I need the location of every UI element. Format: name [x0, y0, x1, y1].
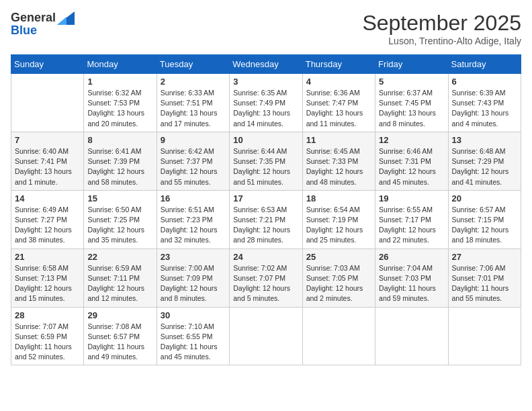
- calendar-cell: 16Sunrise: 6:51 AM Sunset: 7:23 PM Dayli…: [157, 190, 229, 248]
- day-number: 24: [233, 252, 298, 262]
- day-number: 3: [233, 77, 298, 87]
- day-of-week-header: Saturday: [448, 55, 521, 74]
- calendar-week-row: 28Sunrise: 7:07 AM Sunset: 6:59 PM Dayli…: [11, 307, 521, 365]
- logo-icon: [57, 11, 75, 25]
- calendar-cell: 8Sunrise: 6:41 AM Sunset: 7:39 PM Daylig…: [84, 132, 157, 190]
- page-header: General Blue September 2025 Luson, Trent…: [11, 11, 521, 46]
- calendar-cell: 30Sunrise: 7:10 AM Sunset: 6:55 PM Dayli…: [157, 307, 229, 365]
- calendar-cell: [11, 74, 84, 132]
- day-info: Sunrise: 7:08 AM Sunset: 6:57 PM Dayligh…: [87, 322, 152, 363]
- calendar-cell: 20Sunrise: 6:57 AM Sunset: 7:15 PM Dayli…: [448, 190, 521, 248]
- day-number: 15: [87, 193, 152, 203]
- day-of-week-header: Tuesday: [157, 55, 229, 74]
- day-info: Sunrise: 6:36 AM Sunset: 7:47 PM Dayligh…: [306, 88, 371, 129]
- calendar-cell: [375, 307, 448, 365]
- day-of-week-header: Friday: [375, 55, 448, 74]
- calendar-cell: 22Sunrise: 6:59 AM Sunset: 7:11 PM Dayli…: [84, 248, 157, 307]
- calendar-cell: 19Sunrise: 6:55 AM Sunset: 7:17 PM Dayli…: [375, 190, 448, 248]
- calendar-week-row: 7Sunrise: 6:40 AM Sunset: 7:41 PM Daylig…: [11, 132, 521, 190]
- day-info: Sunrise: 6:39 AM Sunset: 7:43 PM Dayligh…: [452, 88, 517, 129]
- calendar-cell: [230, 307, 302, 365]
- calendar-cell: 11Sunrise: 6:45 AM Sunset: 7:33 PM Dayli…: [302, 132, 375, 190]
- calendar-cell: 4Sunrise: 6:36 AM Sunset: 7:47 PM Daylig…: [302, 74, 375, 132]
- day-info: Sunrise: 7:00 AM Sunset: 7:09 PM Dayligh…: [161, 263, 226, 304]
- calendar-header-row: SundayMondayTuesdayWednesdayThursdayFrid…: [11, 55, 521, 74]
- day-info: Sunrise: 6:50 AM Sunset: 7:25 PM Dayligh…: [87, 205, 152, 246]
- day-info: Sunrise: 6:41 AM Sunset: 7:39 PM Dayligh…: [87, 146, 152, 187]
- day-info: Sunrise: 7:03 AM Sunset: 7:05 PM Dayligh…: [306, 263, 371, 304]
- day-number: 25: [306, 252, 371, 262]
- day-info: Sunrise: 7:04 AM Sunset: 7:03 PM Dayligh…: [379, 263, 444, 304]
- day-info: Sunrise: 6:54 AM Sunset: 7:19 PM Dayligh…: [306, 205, 371, 246]
- day-number: 2: [161, 77, 226, 87]
- calendar-cell: 18Sunrise: 6:54 AM Sunset: 7:19 PM Dayli…: [302, 190, 375, 248]
- calendar-cell: 15Sunrise: 6:50 AM Sunset: 7:25 PM Dayli…: [84, 190, 157, 248]
- calendar-cell: 28Sunrise: 7:07 AM Sunset: 6:59 PM Dayli…: [11, 307, 84, 365]
- day-number: 12: [379, 135, 444, 145]
- location-subtitle: Luson, Trentino-Alto Adige, Italy: [362, 36, 521, 46]
- calendar-week-row: 21Sunrise: 6:58 AM Sunset: 7:13 PM Dayli…: [11, 248, 521, 307]
- calendar-cell: 13Sunrise: 6:48 AM Sunset: 7:29 PM Dayli…: [448, 132, 521, 190]
- calendar-cell: 12Sunrise: 6:46 AM Sunset: 7:31 PM Dayli…: [375, 132, 448, 190]
- calendar-cell: 24Sunrise: 7:02 AM Sunset: 7:07 PM Dayli…: [230, 248, 302, 307]
- day-number: 4: [306, 77, 371, 87]
- day-info: Sunrise: 6:53 AM Sunset: 7:21 PM Dayligh…: [233, 205, 298, 246]
- day-number: 19: [379, 193, 444, 203]
- day-number: 6: [452, 77, 517, 87]
- day-info: Sunrise: 6:40 AM Sunset: 7:41 PM Dayligh…: [15, 146, 80, 187]
- day-info: Sunrise: 6:59 AM Sunset: 7:11 PM Dayligh…: [87, 263, 152, 304]
- day-number: 27: [452, 252, 517, 262]
- day-info: Sunrise: 6:46 AM Sunset: 7:31 PM Dayligh…: [379, 146, 444, 187]
- day-number: 16: [161, 193, 226, 203]
- day-of-week-header: Monday: [84, 55, 157, 74]
- svg-marker-1: [57, 17, 66, 25]
- day-number: 23: [161, 252, 226, 262]
- day-number: 29: [87, 310, 152, 320]
- calendar-cell: 14Sunrise: 6:49 AM Sunset: 7:27 PM Dayli…: [11, 190, 84, 248]
- day-of-week-header: Thursday: [302, 55, 375, 74]
- day-number: 8: [87, 135, 152, 145]
- title-block: September 2025 Luson, Trentino-Alto Adig…: [362, 11, 521, 46]
- day-number: 14: [15, 193, 80, 203]
- calendar-cell: 21Sunrise: 6:58 AM Sunset: 7:13 PM Dayli…: [11, 248, 84, 307]
- day-number: 1: [87, 77, 152, 87]
- day-of-week-header: Sunday: [11, 55, 84, 74]
- day-number: 9: [161, 135, 226, 145]
- day-info: Sunrise: 6:42 AM Sunset: 7:37 PM Dayligh…: [161, 146, 226, 187]
- day-info: Sunrise: 6:32 AM Sunset: 7:53 PM Dayligh…: [87, 88, 152, 129]
- day-number: 22: [87, 252, 152, 262]
- calendar-cell: 23Sunrise: 7:00 AM Sunset: 7:09 PM Dayli…: [157, 248, 229, 307]
- day-of-week-header: Wednesday: [230, 55, 302, 74]
- day-info: Sunrise: 7:10 AM Sunset: 6:55 PM Dayligh…: [161, 322, 226, 363]
- day-number: 5: [379, 77, 444, 87]
- calendar-cell: 1Sunrise: 6:32 AM Sunset: 7:53 PM Daylig…: [84, 74, 157, 132]
- day-number: 21: [15, 252, 80, 262]
- calendar-cell: 10Sunrise: 6:44 AM Sunset: 7:35 PM Dayli…: [230, 132, 302, 190]
- day-info: Sunrise: 6:57 AM Sunset: 7:15 PM Dayligh…: [452, 205, 517, 246]
- day-number: 10: [233, 135, 298, 145]
- day-info: Sunrise: 6:58 AM Sunset: 7:13 PM Dayligh…: [15, 263, 80, 304]
- logo: General Blue: [11, 11, 75, 38]
- calendar-cell: 9Sunrise: 6:42 AM Sunset: 7:37 PM Daylig…: [157, 132, 229, 190]
- calendar-cell: 25Sunrise: 7:03 AM Sunset: 7:05 PM Dayli…: [302, 248, 375, 307]
- day-number: 13: [452, 135, 517, 145]
- day-info: Sunrise: 6:35 AM Sunset: 7:49 PM Dayligh…: [233, 88, 298, 129]
- calendar-cell: 26Sunrise: 7:04 AM Sunset: 7:03 PM Dayli…: [375, 248, 448, 307]
- day-info: Sunrise: 7:02 AM Sunset: 7:07 PM Dayligh…: [233, 263, 298, 304]
- day-number: 18: [306, 193, 371, 203]
- day-number: 11: [306, 135, 371, 145]
- calendar-week-row: 1Sunrise: 6:32 AM Sunset: 7:53 PM Daylig…: [11, 74, 521, 132]
- day-number: 20: [452, 193, 517, 203]
- calendar-cell: 17Sunrise: 6:53 AM Sunset: 7:21 PM Dayli…: [230, 190, 302, 248]
- calendar-table: SundayMondayTuesdayWednesdayThursdayFrid…: [11, 54, 521, 365]
- day-number: 28: [15, 310, 80, 320]
- day-number: 7: [15, 135, 80, 145]
- day-number: 26: [379, 252, 444, 262]
- calendar-cell: 5Sunrise: 6:37 AM Sunset: 7:45 PM Daylig…: [375, 74, 448, 132]
- calendar-cell: 7Sunrise: 6:40 AM Sunset: 7:41 PM Daylig…: [11, 132, 84, 190]
- calendar-cell: [302, 307, 375, 365]
- calendar-cell: 27Sunrise: 7:06 AM Sunset: 7:01 PM Dayli…: [448, 248, 521, 307]
- calendar-week-row: 14Sunrise: 6:49 AM Sunset: 7:27 PM Dayli…: [11, 190, 521, 248]
- day-info: Sunrise: 7:07 AM Sunset: 6:59 PM Dayligh…: [15, 322, 80, 363]
- day-info: Sunrise: 6:49 AM Sunset: 7:27 PM Dayligh…: [15, 205, 80, 246]
